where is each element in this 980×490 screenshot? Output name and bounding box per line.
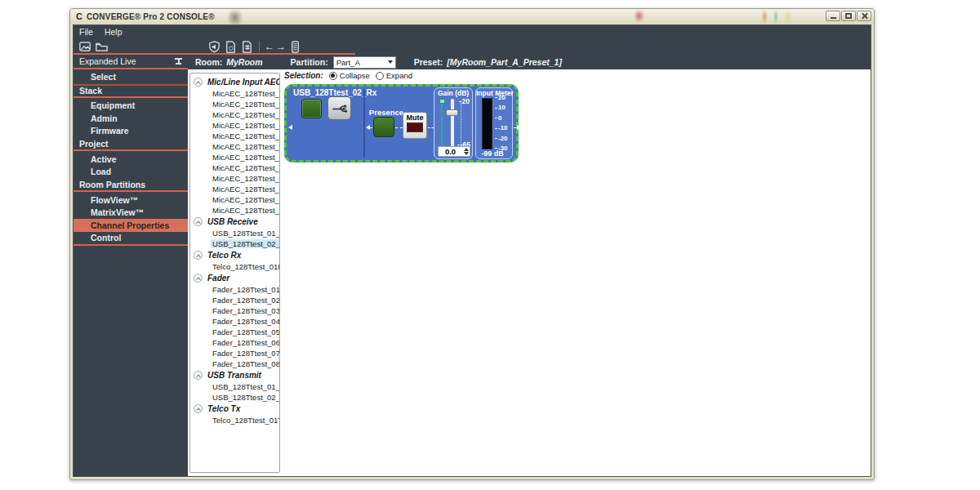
sidebar-item[interactable]: Firmware [74, 125, 188, 138]
sync-file-icon[interactable] [222, 38, 238, 55]
sidebar-item[interactable]: Load [74, 166, 188, 179]
tree-item[interactable]: MicAEC_128Ttest_12 [190, 205, 279, 216]
sidebar-item[interactable]: MatrixView™ [74, 207, 188, 220]
tree-item[interactable]: Fader_128Ttest_08 [190, 359, 279, 369]
usb-channel-icon[interactable] [327, 96, 351, 120]
tree-item[interactable]: Telco Rx [190, 249, 279, 261]
tree-item[interactable]: USB Receive [190, 216, 279, 228]
tree-item[interactable]: MicAEC_128Ttest_03 [190, 109, 279, 120]
context-bar: Expanded Live Room: MyRoom Partition: Pa… [74, 55, 871, 69]
tree-item[interactable]: USB Transmit [190, 369, 279, 381]
tree-item-label: MicAEC_128Ttest_02 [211, 100, 280, 109]
channel-enable-button[interactable] [301, 99, 322, 118]
tree-item[interactable]: MicAEC_128Ttest_06 [190, 141, 279, 152]
close-button[interactable] [857, 11, 871, 21]
tree-item[interactable]: Fader_128Ttest_07 [190, 348, 279, 359]
radio-collapse-circle[interactable] [329, 72, 337, 80]
radio-expand[interactable]: Expand [376, 71, 412, 80]
tree-item[interactable]: Fader_128Ttest_01 [190, 284, 279, 295]
gain-aux-slider-handle[interactable] [439, 99, 445, 104]
tree-item[interactable]: Fader [190, 272, 279, 284]
sidebar-item-label: Select [74, 72, 116, 82]
tree-item-label: Fader_128Ttest_04 [211, 317, 280, 326]
tree-item[interactable]: Telco Tx [190, 403, 279, 415]
radio-collapse[interactable]: Collapse [329, 71, 370, 80]
sidebar-item[interactable]: Select [74, 70, 188, 83]
collapse-chevron-icon[interactable] [194, 404, 203, 413]
tree-item-label: USB_128Ttest_02_Tx [211, 393, 280, 402]
titlebar[interactable]: C CONVERGE® Pro 2 CONSOLE® [70, 9, 874, 24]
tree-item-label: Telco_128Ttest_01Tx [211, 416, 280, 425]
menubar: File Help [74, 25, 871, 38]
tree-item[interactable]: USB_128Ttest_02_Rx [190, 238, 279, 249]
collapse-chevron-icon[interactable] [194, 251, 203, 260]
gain-slider-track[interactable] [451, 99, 454, 150]
tree-item[interactable]: Telco_128Ttest_01Rx [190, 261, 279, 272]
collapse-chevron-icon[interactable] [194, 371, 203, 380]
open-folder-icon[interactable] [93, 38, 109, 55]
tree-item[interactable]: USB_128Ttest_02_Tx [190, 392, 279, 403]
tree-item-label: USB_128Ttest_02_Rx [211, 239, 280, 248]
gain-value[interactable]: 0.0 [439, 147, 462, 156]
tree-item[interactable]: Fader_128Ttest_05 [190, 327, 279, 337]
image-file-icon[interactable] [77, 38, 93, 55]
tree-item[interactable]: MicAEC_128Ttest_10 [190, 184, 279, 194]
sidebar-item[interactable]: Room Partitions [74, 178, 188, 192]
tree-item-label: MicAEC_128Ttest_05 [211, 131, 280, 140]
tree-item[interactable]: USB_128Ttest_01_Tx [190, 381, 279, 392]
device-keypad-icon[interactable] [287, 38, 303, 55]
tree-item-label: Mic/Line Input AEC [206, 78, 280, 87]
collapse-chevron-icon[interactable] [194, 78, 203, 87]
tree-item[interactable]: Fader_128Ttest_03 [190, 305, 279, 316]
tree-item-label: Fader_128Ttest_01 [211, 285, 280, 294]
minimize-button[interactable] [826, 11, 840, 21]
menu-file[interactable]: File [79, 27, 93, 37]
tree-item[interactable]: MicAEC_128Ttest_11 [190, 194, 279, 205]
sidebar-item[interactable]: Project [74, 137, 188, 151]
collapse-chevron-icon[interactable] [194, 274, 203, 283]
mode-selector[interactable]: Expanded Live [74, 55, 188, 69]
tree-item[interactable]: MicAEC_128Ttest_05 [190, 131, 279, 141]
tree-item[interactable]: MicAEC_128Ttest_01 [190, 88, 279, 99]
sidebar-item-label: Admin [74, 114, 118, 123]
tree-item[interactable]: MicAEC_128Ttest_07 [190, 152, 279, 163]
tree-item[interactable]: MicAEC_128Ttest_08 [190, 163, 279, 173]
tree-item[interactable]: MicAEC_128Ttest_04 [190, 120, 279, 131]
radio-expand-circle[interactable] [376, 72, 384, 80]
channel-block[interactable]: USB_128Ttest_02_Rx [284, 84, 519, 163]
tree-item[interactable]: Telco_128Ttest_01Tx [190, 415, 279, 425]
prev-arrow-icon[interactable]: ← [264, 41, 275, 52]
mute-button[interactable]: Mute [403, 112, 427, 139]
presence-button[interactable] [373, 117, 394, 137]
menu-help[interactable]: Help [105, 27, 122, 37]
sidebar-item[interactable]: Channel Properties [74, 219, 188, 232]
sidebar-item[interactable]: Admin [74, 112, 188, 125]
sidebar-item-label: Stack [74, 86, 102, 96]
sidebar-item[interactable]: Active [74, 153, 188, 166]
tree-item[interactable]: MicAEC_128Ttest_02 [190, 99, 279, 109]
sidebar-item[interactable]: Control [74, 232, 188, 246]
tree-item[interactable]: Fader_128Ttest_06 [190, 337, 279, 348]
gain-slider-thumb[interactable] [446, 109, 458, 116]
tree-item[interactable]: Fader_128Ttest_04 [190, 316, 279, 327]
input-meter-panel: Input Meter 20 10 0 -10 [475, 87, 513, 159]
partition-select[interactable]: Part_A [333, 56, 396, 69]
tree-item[interactable]: Fader_128Ttest_02 [190, 295, 279, 305]
tree-item-label: Fader_128Ttest_02 [211, 296, 280, 305]
sidebar-item[interactable]: Stack [74, 84, 188, 98]
gain-value-spinner[interactable]: 0.0 [438, 146, 470, 157]
collapse-chevron-icon[interactable] [194, 217, 203, 226]
tree-item[interactable]: MicAEC_128Ttest_09 [190, 173, 279, 184]
tree-item[interactable]: USB_128Ttest_01_Rx [190, 228, 279, 238]
tree-item-label: USB_128Ttest_01_Tx [211, 382, 280, 391]
radio-expand-label: Expand [386, 71, 412, 80]
sidebar-item[interactable]: FlowView™ [74, 194, 188, 207]
sidebar-item[interactable]: Equipment [74, 100, 188, 113]
tree-item[interactable]: Mic/Line Input AEC [190, 76, 279, 88]
spinner-arrows-icon[interactable] [462, 148, 470, 155]
maximize-button[interactable] [841, 11, 856, 21]
next-arrow-icon[interactable]: → [275, 41, 287, 52]
log-file-icon[interactable] [238, 38, 255, 55]
collapse-panel-icon[interactable] [175, 58, 182, 65]
mute-shield-icon[interactable] [206, 38, 222, 55]
